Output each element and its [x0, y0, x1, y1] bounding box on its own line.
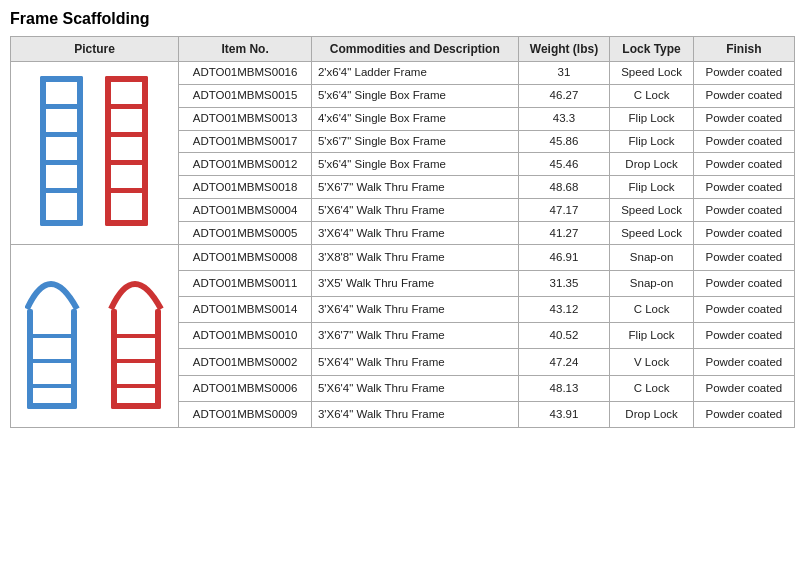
finish: Powder coated [693, 199, 794, 222]
picture-cell [11, 62, 179, 245]
table-row: ADTO01MBMS00162'x6'4" Ladder Frame31Spee… [11, 62, 795, 85]
lock-type: Drop Lock [610, 153, 693, 176]
svg-rect-12 [105, 104, 148, 109]
description: 3'X6'4" Walk Thru Frame [311, 222, 518, 245]
table-row: ADTO01MBMS00083'X8'8" Walk Thru Frame46.… [11, 244, 795, 270]
finish: Powder coated [693, 375, 794, 401]
col-picture: Picture [11, 37, 179, 62]
item-no: ADTO01MBMS0009 [179, 401, 312, 427]
weight: 31.35 [518, 271, 610, 297]
weight: 31 [518, 62, 610, 85]
description: 3'X5' Walk Thru Frame [311, 271, 518, 297]
lock-type: Speed Lock [610, 222, 693, 245]
svg-rect-24 [111, 403, 161, 409]
finish: Powder coated [693, 244, 794, 270]
item-no: ADTO01MBMS0018 [179, 176, 312, 199]
weight: 47.17 [518, 199, 610, 222]
item-no: ADTO01MBMS0011 [179, 271, 312, 297]
lock-type: Flip Lock [610, 107, 693, 130]
svg-rect-4 [40, 104, 83, 109]
svg-rect-0 [40, 76, 46, 226]
item-no: ADTO01MBMS0006 [179, 375, 312, 401]
weight: 45.46 [518, 153, 610, 176]
finish: Powder coated [693, 107, 794, 130]
item-no: ADTO01MBMS0002 [179, 349, 312, 375]
svg-rect-5 [40, 132, 83, 137]
description: 5'x6'4" Single Box Frame [311, 153, 518, 176]
svg-rect-9 [142, 76, 148, 226]
item-no: ADTO01MBMS0016 [179, 62, 312, 85]
col-weight: Weight (lbs) [518, 37, 610, 62]
finish: Powder coated [693, 271, 794, 297]
description: 5'x6'4" Single Box Frame [311, 84, 518, 107]
lock-type: Drop Lock [610, 401, 693, 427]
svg-rect-27 [111, 384, 161, 388]
svg-rect-25 [111, 334, 161, 338]
description: 5'x6'7" Single Box Frame [311, 130, 518, 153]
item-no: ADTO01MBMS0013 [179, 107, 312, 130]
lock-type: Snap-on [610, 244, 693, 270]
finish: Powder coated [693, 349, 794, 375]
item-no: ADTO01MBMS0014 [179, 297, 312, 323]
item-no: ADTO01MBMS0012 [179, 153, 312, 176]
item-no: ADTO01MBMS0008 [179, 244, 312, 270]
lock-type: Speed Lock [610, 199, 693, 222]
finish: Powder coated [693, 153, 794, 176]
weight: 43.91 [518, 401, 610, 427]
description: 3'X6'4" Walk Thru Frame [311, 297, 518, 323]
description: 5'X6'4" Walk Thru Frame [311, 375, 518, 401]
finish: Powder coated [693, 176, 794, 199]
products-table: Picture Item No. Commodities and Descrip… [10, 36, 795, 428]
svg-rect-26 [111, 359, 161, 363]
lock-type: C Lock [610, 375, 693, 401]
lock-type: V Lock [610, 349, 693, 375]
page-title: Frame Scaffolding [10, 10, 795, 28]
lock-type: Flip Lock [610, 176, 693, 199]
svg-rect-20 [27, 359, 77, 363]
lock-type: C Lock [610, 84, 693, 107]
finish: Powder coated [693, 401, 794, 427]
svg-rect-13 [105, 132, 148, 137]
svg-rect-1 [77, 76, 83, 226]
item-no: ADTO01MBMS0017 [179, 130, 312, 153]
weight: 43.12 [518, 297, 610, 323]
weight: 46.91 [518, 244, 610, 270]
item-no: ADTO01MBMS0004 [179, 199, 312, 222]
svg-rect-18 [27, 403, 77, 409]
weight: 45.86 [518, 130, 610, 153]
item-no: ADTO01MBMS0005 [179, 222, 312, 245]
description: 3'X6'7" Walk Thru Frame [311, 323, 518, 349]
svg-rect-15 [105, 188, 148, 193]
weight: 47.24 [518, 349, 610, 375]
description: 2'x6'4" Ladder Frame [311, 62, 518, 85]
lock-type: Flip Lock [610, 130, 693, 153]
svg-rect-14 [105, 160, 148, 165]
weight: 48.68 [518, 176, 610, 199]
lock-type: Speed Lock [610, 62, 693, 85]
description: 4'x6'4" Single Box Frame [311, 107, 518, 130]
weight: 43.3 [518, 107, 610, 130]
weight: 48.13 [518, 375, 610, 401]
weight: 41.27 [518, 222, 610, 245]
col-desc: Commodities and Description [311, 37, 518, 62]
finish: Powder coated [693, 323, 794, 349]
svg-rect-19 [27, 334, 77, 338]
description: 3'X8'8" Walk Thru Frame [311, 244, 518, 270]
finish: Powder coated [693, 84, 794, 107]
item-no: ADTO01MBMS0015 [179, 84, 312, 107]
description: 3'X6'4" Walk Thru Frame [311, 401, 518, 427]
col-lock: Lock Type [610, 37, 693, 62]
weight: 46.27 [518, 84, 610, 107]
svg-rect-21 [27, 384, 77, 388]
lock-type: Snap-on [610, 271, 693, 297]
weight: 40.52 [518, 323, 610, 349]
svg-rect-6 [40, 160, 83, 165]
description: 5'X6'4" Walk Thru Frame [311, 199, 518, 222]
svg-rect-8 [105, 76, 111, 226]
lock-type: Flip Lock [610, 323, 693, 349]
description: 5'X6'4" Walk Thru Frame [311, 349, 518, 375]
finish: Powder coated [693, 130, 794, 153]
col-finish: Finish [693, 37, 794, 62]
svg-rect-11 [105, 220, 148, 226]
item-no: ADTO01MBMS0010 [179, 323, 312, 349]
